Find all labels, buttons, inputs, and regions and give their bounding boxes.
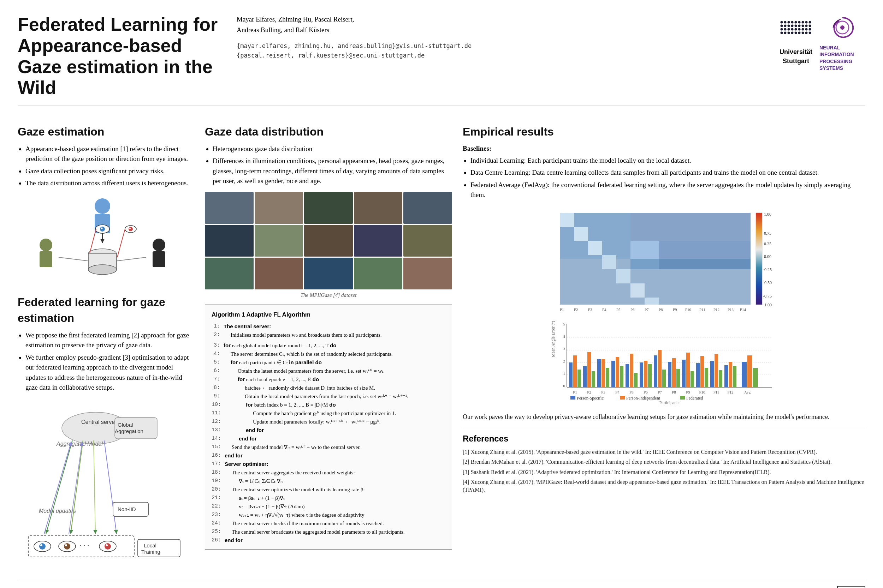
svg-text:Participants: Participants (659, 400, 680, 405)
svg-rect-160 (690, 371, 694, 387)
svg-text:P7: P7 (645, 308, 649, 312)
references-section: References [1] Xucong Zhang et al. (2015… (463, 429, 865, 494)
img-8 (304, 225, 353, 256)
svg-text:P12: P12 (713, 308, 719, 312)
svg-text:5: 5 (563, 322, 566, 326)
svg-rect-165 (715, 354, 718, 387)
gaze-data-section: Gaze data distribution Heterogeneous gaz… (205, 124, 452, 186)
svg-line-64 (46, 441, 72, 534)
image-caption: The MPIIGaze [4] dataset (205, 291, 452, 299)
algorithm-line-16: 16:end for (212, 452, 445, 460)
authors: Mayar Elfares, Zhiming Hu, Pascal Reiser… (237, 14, 742, 36)
svg-rect-144 (616, 357, 619, 387)
gaze-estimation-section: Gaze estimation Appearance-based gaze es… (18, 124, 194, 189)
svg-rect-147 (630, 354, 633, 387)
svg-rect-143 (611, 361, 615, 387)
img-3 (304, 192, 353, 224)
svg-text:Non-IID: Non-IID (117, 506, 136, 512)
svg-point-22 (795, 28, 797, 31)
svg-rect-142 (606, 368, 609, 387)
gaze-bullet-3: The data distribution across different u… (26, 178, 194, 189)
svg-point-33 (802, 32, 804, 34)
svg-text:Person-Independent: Person-Independent (626, 396, 660, 400)
gaze-data-bullets: Heterogeneous gaze data distribution Dif… (205, 144, 452, 186)
svg-point-27 (781, 32, 783, 34)
federated-bullets: We propose the first federated learning … (18, 330, 194, 393)
right-column: Empirical results Baselines: Individual … (463, 117, 865, 496)
svg-text:· · ·: · · · (80, 541, 89, 550)
svg-rect-151 (648, 364, 652, 387)
img-9 (354, 225, 403, 256)
barchart-svg: 0 1 2 3 4 5 (463, 320, 865, 405)
svg-point-8 (809, 21, 811, 24)
baselines-list: Individual Learning: Each participant tr… (463, 156, 865, 200)
svg-text:1.00: 1.00 (764, 212, 772, 217)
svg-text:P6: P6 (630, 308, 635, 312)
svg-rect-152 (654, 356, 657, 387)
img-15 (403, 258, 452, 290)
algorithm-line-18: 18:The central server aggregates the rec… (212, 468, 445, 477)
unistuttgart-logo: UniversitätStuttgart (779, 21, 812, 66)
svg-point-76 (64, 543, 70, 549)
algorithm-line-11: 11:Compute the batch gradient gₜᵇ using … (212, 409, 445, 417)
svg-text:Avg: Avg (744, 390, 751, 394)
img-14 (354, 258, 403, 290)
algorithm-title: Algorithm 1 Adaptive FL Algorithm (212, 310, 445, 320)
img-7 (255, 225, 303, 256)
svg-point-7 (805, 21, 808, 24)
img-11 (205, 258, 254, 290)
img-2 (255, 192, 303, 224)
svg-point-14 (798, 25, 801, 27)
empirical-title: Empirical results (463, 124, 865, 140)
img-1 (205, 192, 254, 224)
ref-3: [3] Sashank Reddi et al. (2021). 'Adapti… (463, 468, 865, 476)
svg-text:P14: P14 (740, 308, 746, 312)
svg-line-69 (69, 441, 82, 534)
svg-rect-146 (626, 364, 629, 387)
algorithm-line-19: 19:∇ₜ = 1/|Cₜ| Σᵢ∈Cₜ ∇ᵢₜ (212, 477, 445, 485)
svg-rect-167 (724, 365, 728, 387)
svg-point-10 (784, 25, 787, 27)
conclusion-text: Our work paves the way to develop privac… (463, 412, 865, 422)
gaze-estimation-title: Gaze estimation (18, 124, 194, 140)
svg-rect-166 (719, 370, 722, 387)
algorithm-line-9: 9:Obtain the local model parameters from… (212, 392, 445, 400)
barchart-container: 0 1 2 3 4 5 (463, 320, 865, 408)
svg-point-26 (809, 28, 811, 31)
unistuttgart-icon (780, 21, 812, 45)
header: Federated Learning for Appearance-based … (18, 14, 865, 106)
svg-point-54 (129, 228, 131, 229)
svg-point-12 (791, 25, 794, 27)
svg-point-49 (88, 265, 117, 274)
svg-text:Training: Training (141, 549, 160, 555)
svg-line-55 (117, 229, 125, 257)
svg-text:-1.00: -1.00 (763, 303, 772, 308)
svg-point-15 (802, 25, 804, 27)
svg-rect-137 (583, 366, 587, 387)
svg-rect-164 (710, 361, 714, 387)
svg-point-5 (798, 21, 801, 24)
svg-point-28 (784, 32, 787, 34)
svg-rect-94 (588, 241, 602, 255)
svg-text:Global: Global (117, 422, 133, 428)
svg-text:Central server: Central server (81, 419, 117, 425)
nips-label: NEURAL INFORMATION PROCESSING SYSTEMS (820, 45, 865, 72)
algorithm-line-3: 3:for each global model update round t =… (212, 341, 445, 350)
algorithm-line-20: 20:The central server optimizes the mode… (212, 485, 445, 494)
mpiigaze-image-grid (205, 192, 452, 290)
svg-text:P8: P8 (672, 390, 676, 394)
svg-rect-168 (729, 362, 732, 387)
svg-text:P13: P13 (728, 308, 734, 312)
unistuttgart-label: UniversitätStuttgart (779, 48, 812, 65)
img-6 (205, 225, 254, 256)
svg-text:0.75: 0.75 (764, 231, 772, 236)
algorithm-line-22: 22:vₜ = βvₜ₋₁ + (1 − β)∇²ₜ (Adam) (212, 502, 445, 511)
algorithm-line-6: 6:Obtain the latest model parameters fro… (212, 367, 445, 375)
algorithm-line-5: 5:for each participant i ∈ Cₜ in paralle… (212, 358, 445, 367)
svg-point-74 (40, 544, 42, 546)
svg-text:P6: P6 (644, 390, 648, 394)
svg-text:P4: P4 (615, 390, 620, 394)
svg-text:Local: Local (144, 543, 156, 549)
svg-point-11 (788, 25, 790, 27)
svg-point-6 (802, 21, 804, 24)
